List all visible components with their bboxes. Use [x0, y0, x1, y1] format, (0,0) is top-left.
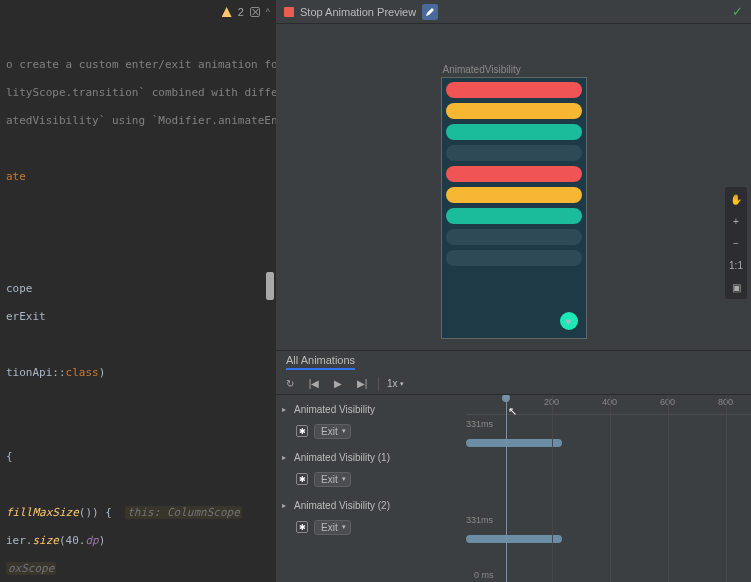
editor-status-bar: 2 ^ [0, 0, 276, 24]
code-text: tionApi:: [6, 366, 66, 379]
speed-value: 1x [387, 378, 398, 389]
preview-bar [446, 103, 582, 119]
warning-icon [222, 7, 232, 17]
preview-bar [446, 166, 582, 182]
play-icon[interactable]: ▶ [330, 376, 346, 392]
chevron-down-icon: ▾ [342, 475, 346, 483]
inlay-hint: this: ColumnScope [125, 506, 242, 519]
preview-surface[interactable]: AnimatedVisibility ♥ ✋ + − 1:1 ▣ [276, 24, 751, 350]
freeze-icon[interactable]: ✱ [296, 473, 308, 485]
timeline-gridline [726, 395, 727, 582]
loop-icon[interactable]: ↻ [282, 376, 298, 392]
tab-all-animations[interactable]: All Animations [286, 354, 355, 370]
code-text: ) [99, 534, 106, 547]
animation-controls: ↻ |◀ ▶ ▶| 1x▾ [276, 373, 751, 395]
track-state-row: ✱Exit▾ [282, 515, 466, 539]
zoom-out-icon[interactable]: − [728, 235, 744, 251]
status-ok-icon: ✓ [732, 4, 743, 19]
code-editor[interactable]: o create a custom enter/exit animation f… [0, 24, 276, 582]
preview-title: AnimatedVisibility [441, 64, 587, 75]
track-clip[interactable] [466, 439, 562, 447]
zoom-in-icon[interactable]: + [728, 213, 744, 229]
track-state-row: ✱Exit▾ [282, 467, 466, 491]
doc-comment: atedVisibility` using `Modifier.animateE… [6, 114, 276, 127]
doc-comment: o create a custom enter/exit animation f… [6, 58, 276, 71]
scrollbar-thumb[interactable] [266, 272, 274, 300]
freeze-icon[interactable]: ✱ [296, 521, 308, 533]
preview-toolbar: Stop Animation Preview ✓ [276, 0, 751, 24]
keyword: class [66, 366, 99, 379]
chevron-right-icon: ▸ [282, 405, 290, 414]
timeline[interactable]: 2004006008001000 ↖ 331ms331ms331ms 0 ms [466, 395, 751, 582]
preview-device: AnimatedVisibility ♥ [441, 64, 587, 339]
state-dropdown[interactable]: Exit▾ [314, 472, 351, 487]
ext-prop: dp [86, 534, 99, 547]
timeline-gridline [668, 395, 669, 582]
track-name: Animated Visibility (1) [294, 452, 390, 463]
caret-up-icon[interactable]: ^ [266, 7, 270, 17]
track-row: 331ms [466, 415, 751, 463]
heart-icon: ♥ [566, 316, 572, 327]
stop-icon[interactable] [284, 7, 294, 17]
preview-bar [446, 145, 582, 161]
track-duration: 331ms [466, 515, 493, 525]
animations-tab-bar: All Animations [276, 351, 751, 373]
chevron-down-icon: ▾ [400, 380, 404, 388]
timeline-gridline [610, 395, 611, 582]
function-call: fillMaxSize [6, 506, 79, 519]
state-dropdown[interactable]: Exit▾ [314, 520, 351, 535]
animations-panel: All Animations ↻ |◀ ▶ ▶| 1x▾ ▸Animated V… [276, 350, 751, 582]
track-header[interactable]: ▸Animated Visibility (2) [282, 495, 466, 515]
track-row: 331ms [466, 511, 751, 559]
keyword: ate [6, 170, 26, 183]
chevron-down-icon: ▾ [342, 523, 346, 531]
close-hints-icon[interactable] [250, 7, 260, 17]
freeze-icon[interactable]: ✱ [296, 425, 308, 437]
tracks-area: ▸Animated Visibility✱Exit▾▸Animated Visi… [276, 395, 751, 582]
preview-bar [446, 250, 582, 266]
state-value: Exit [321, 474, 338, 485]
function-call: size [33, 534, 60, 547]
playhead[interactable] [506, 395, 507, 582]
playhead-cursor: ↖ [508, 405, 517, 418]
preview-bar [446, 187, 582, 203]
track-state-row: ✱Exit▾ [282, 419, 466, 443]
track-name: Animated Visibility [294, 404, 375, 415]
device-frame: ♥ [441, 77, 587, 339]
zoom-reset-icon[interactable]: 1:1 [728, 257, 744, 273]
track-duration: 331ms [466, 419, 493, 429]
preview-bar [446, 208, 582, 224]
skip-start-icon[interactable]: |◀ [306, 376, 322, 392]
pan-hand-icon[interactable]: ✋ [728, 191, 744, 207]
chevron-down-icon: ▾ [342, 427, 346, 435]
speed-selector[interactable]: 1x▾ [387, 378, 404, 389]
code-text: (40. [59, 534, 86, 547]
track-clip[interactable] [466, 535, 562, 543]
inlay-hint: oxScope [6, 562, 56, 575]
time-indicator: 0 ms [474, 570, 494, 580]
state-value: Exit [321, 522, 338, 533]
code-text: cope [6, 282, 33, 295]
state-dropdown[interactable]: Exit▾ [314, 424, 351, 439]
zoom-tools: ✋ + − 1:1 ▣ [725, 187, 747, 299]
track-header[interactable]: ▸Animated Visibility [282, 399, 466, 419]
chevron-right-icon: ▸ [282, 453, 290, 462]
timeline-gridline [552, 395, 553, 582]
brace: { [6, 450, 13, 463]
preview-bar [446, 124, 582, 140]
track-header[interactable]: ▸Animated Visibility (1) [282, 447, 466, 467]
code-text: ier. [6, 534, 33, 547]
preview-bar [446, 229, 582, 245]
doc-comment: lityScope.transition` combined with diff… [6, 86, 276, 99]
warning-count: 2 [238, 6, 244, 18]
code-text: erExit [6, 310, 46, 323]
edit-icon[interactable] [422, 4, 438, 20]
chevron-right-icon: ▸ [282, 501, 290, 510]
skip-end-icon[interactable]: ▶| [354, 376, 370, 392]
preview-bar [446, 82, 582, 98]
fab-button[interactable]: ♥ [560, 312, 578, 330]
track-list: ▸Animated Visibility✱Exit▾▸Animated Visi… [276, 395, 466, 582]
zoom-fit-icon[interactable]: ▣ [728, 279, 744, 295]
track-name: Animated Visibility (2) [294, 500, 390, 511]
toolbar-title: Stop Animation Preview [300, 6, 416, 18]
